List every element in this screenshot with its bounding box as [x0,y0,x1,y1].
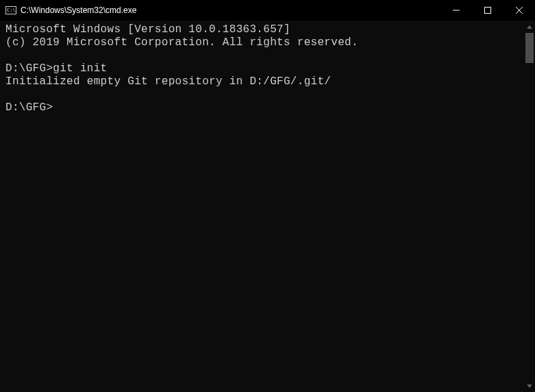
vertical-scrollbar[interactable] [524,21,535,392]
terminal-line: (c) 2019 Microsoft Corporation. All righ… [5,36,358,49]
titlebar-left: C:\ C:\Windows\System32\cmd.exe [0,5,136,16]
terminal-output: Microsoft Windows [Version 10.0.18363.65… [0,21,535,117]
terminal-line: Microsoft Windows [Version 10.0.18363.65… [5,23,290,36]
terminal-line: Initialized empty Git repository in D:/G… [5,75,331,88]
terminal-line: D:\GFG>git init [5,62,108,75]
minimize-button[interactable] [440,0,472,21]
terminal-prompt: D:\GFG> [5,101,53,114]
window-controls [440,0,535,21]
scrollbar-down-button[interactable] [524,380,535,392]
window-titlebar: C:\ C:\Windows\System32\cmd.exe [0,0,535,21]
svg-rect-3 [485,8,491,14]
terminal-area[interactable]: Microsoft Windows [Version 10.0.18363.65… [0,21,535,392]
close-button[interactable] [503,0,535,21]
scrollbar-thumb[interactable] [525,33,534,63]
maximize-button[interactable] [472,0,503,21]
window-title: C:\Windows\System32\cmd.exe [21,5,136,15]
scrollbar-up-button[interactable] [524,21,535,33]
svg-text:C:\: C:\ [7,8,16,13]
cmd-icon: C:\ [5,5,16,16]
